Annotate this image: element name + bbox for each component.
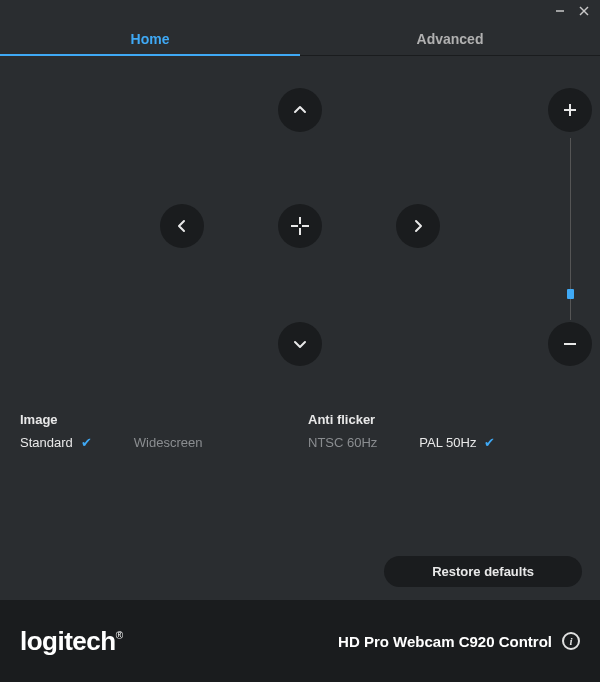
zoom-out-button[interactable] [548,322,592,366]
antiflicker-settings: Anti flicker NTSC 60Hz PAL 50Hz ✔ [308,412,580,450]
registered-icon: ® [116,630,123,641]
minus-icon [563,337,577,351]
image-settings: Image Standard ✔ Widescreen [20,412,292,450]
image-option-widescreen[interactable]: Widescreen [134,435,203,450]
tilt-up-button[interactable] [278,88,322,132]
brand-logo: logitech® [20,626,123,657]
antiflicker-option-pal[interactable]: PAL 50Hz ✔ [419,435,495,450]
center-icon [290,216,310,236]
ptz-controls [0,56,600,408]
chevron-left-icon [174,218,190,234]
titlebar [0,0,600,22]
option-text: Standard [20,435,73,450]
tilt-down-button[interactable] [278,322,322,366]
tab-home[interactable]: Home [0,22,300,55]
center-button[interactable] [278,204,322,248]
antiflicker-option-ntsc[interactable]: NTSC 60Hz [308,435,377,450]
restore-defaults-button[interactable]: Restore defaults [384,556,582,587]
antiflicker-label: Anti flicker [308,412,580,427]
option-text: NTSC 60Hz [308,435,377,450]
tab-advanced[interactable]: Advanced [300,22,600,55]
info-button[interactable]: i [562,632,580,650]
pan-left-button[interactable] [160,204,204,248]
chevron-down-icon [292,336,308,352]
brand-text: logitech [20,626,116,656]
chevron-right-icon [410,218,426,234]
zoom-slider-handle[interactable] [567,289,574,299]
chevron-up-icon [292,102,308,118]
minimize-button[interactable] [548,0,572,22]
product-name: HD Pro Webcam C920 Control [338,633,552,650]
image-label: Image [20,412,292,427]
option-text: PAL 50Hz [419,435,476,450]
tab-bar: Home Advanced [0,22,600,56]
footer: logitech® HD Pro Webcam C920 Control i [0,600,600,682]
plus-icon [563,103,577,117]
zoom-in-button[interactable] [548,88,592,132]
settings-row: Image Standard ✔ Widescreen Anti flicker… [0,412,600,450]
image-option-standard[interactable]: Standard ✔ [20,435,92,450]
close-button[interactable] [572,0,596,22]
pan-right-button[interactable] [396,204,440,248]
check-icon: ✔ [81,435,92,450]
check-icon: ✔ [484,435,495,450]
option-text: Widescreen [134,435,203,450]
